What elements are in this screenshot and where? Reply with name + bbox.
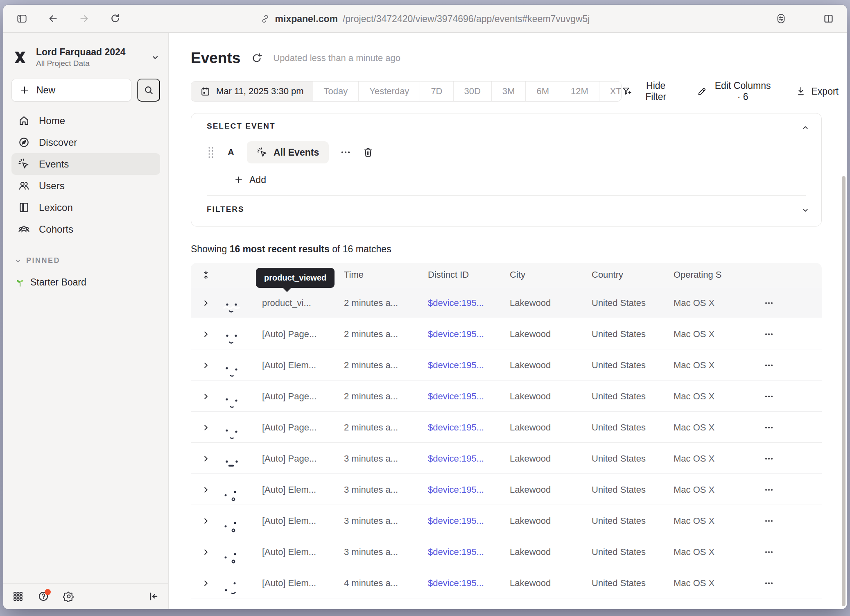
distinct-id-link[interactable]: $device:195...: [428, 547, 510, 557]
table-row[interactable]: [Auto] Page... 2 minutes a... $device:19…: [191, 318, 822, 349]
date-picker-segment[interactable]: Mar 11, 2025 3:30 pm: [191, 82, 313, 101]
new-button[interactable]: New: [11, 79, 131, 102]
distinct-id-link[interactable]: $device:195...: [428, 298, 510, 308]
table-row[interactable]: [Auto] Elem... 3 minutes a... $device:19…: [191, 473, 822, 505]
edit-button[interactable]: Edit Columns · 6: [696, 80, 773, 102]
table-row[interactable]: [Auto] Elem... 3 minutes a... $device:19…: [191, 505, 822, 536]
expand-row-icon[interactable]: [191, 548, 221, 557]
expand-row-icon[interactable]: [191, 579, 221, 588]
expand-row-icon[interactable]: [191, 330, 221, 339]
row-menu-icon[interactable]: [755, 421, 822, 434]
reload-icon[interactable]: [108, 12, 122, 26]
column-header-distinct-id[interactable]: Distinct ID: [428, 270, 510, 280]
more-options-icon[interactable]: [339, 146, 352, 159]
refresh-icon[interactable]: [251, 52, 262, 64]
row-menu-icon[interactable]: [755, 328, 822, 340]
city-cell: Lakewood: [510, 329, 592, 340]
row-menu-icon[interactable]: [755, 359, 822, 371]
collapse-rows-icon[interactable]: [191, 270, 221, 280]
expand-row-icon[interactable]: [191, 361, 221, 370]
sidebar-item-discover[interactable]: Discover: [11, 131, 160, 153]
project-switcher[interactable]: Lord Farquaad 2024 All Project Data: [11, 47, 160, 68]
trash-icon[interactable]: [362, 147, 374, 158]
os-cell: Mac OS X: [674, 547, 755, 557]
expand-row-icon[interactable]: [191, 423, 221, 432]
table-row[interactable]: [Auto] Page... 2 minutes a... $device:19…: [191, 411, 822, 442]
chevron-down-icon[interactable]: [801, 206, 810, 215]
range-segment-6m[interactable]: 6M: [526, 82, 560, 101]
table-row[interactable]: [Auto] Page... 3 minutes a... $device:19…: [191, 442, 822, 473]
distinct-id-link[interactable]: $device:195...: [428, 329, 510, 340]
apps-grid-icon[interactable]: [12, 591, 24, 602]
add-event-button[interactable]: Add: [234, 172, 806, 187]
page-settings-icon[interactable]: [774, 12, 788, 26]
export-button[interactable]: Export: [796, 86, 839, 97]
row-menu-icon[interactable]: [755, 484, 822, 496]
pinned-section-header[interactable]: PINNED: [11, 256, 160, 265]
range-segment-7d[interactable]: 7D: [420, 82, 453, 101]
range-segment-3m[interactable]: 3M: [492, 82, 526, 101]
chevron-down-icon: [14, 257, 22, 265]
table-row[interactable]: [Auto] Elem... 4 minutes a... $device:19…: [191, 567, 822, 598]
expand-row-icon[interactable]: [191, 454, 221, 463]
os-cell: Mac OS X: [674, 422, 755, 433]
distinct-id-link[interactable]: $device:195...: [428, 391, 510, 402]
sidebar-item-home[interactable]: Home: [11, 110, 160, 131]
column-header-os[interactable]: Operating S: [674, 270, 755, 280]
row-menu-icon[interactable]: [755, 515, 822, 527]
row-menu-icon[interactable]: [755, 453, 822, 465]
column-header-city[interactable]: City: [510, 270, 592, 280]
range-segment-12m[interactable]: 12M: [560, 82, 599, 101]
sidebar-item-cohorts[interactable]: Cohorts: [11, 218, 160, 240]
collapse-sidebar-icon[interactable]: [148, 591, 159, 602]
row-menu-icon[interactable]: [755, 546, 822, 558]
range-segment-today[interactable]: Today: [313, 82, 359, 101]
plus-icon: [234, 175, 244, 185]
forward-icon[interactable]: [77, 12, 91, 26]
table-row[interactable]: [Auto] Elem... 2 minutes a... $device:19…: [191, 349, 822, 380]
results-summary: Showing 16 most recent results of 16 mat…: [191, 244, 839, 255]
sidebar-toggle-icon[interactable]: [15, 12, 29, 26]
sidebar-item-lexicon[interactable]: Lexicon: [11, 197, 160, 218]
row-menu-icon[interactable]: [755, 390, 822, 403]
table-row[interactable]: [Auto] Elem... 3 minutes a... $device:19…: [191, 536, 822, 567]
help-icon[interactable]: [38, 591, 49, 602]
search-button[interactable]: [137, 79, 160, 102]
funnel-plus-icon: [622, 86, 632, 97]
row-menu-icon[interactable]: [755, 297, 822, 309]
sidebar-item-events[interactable]: Events: [11, 153, 160, 175]
expand-row-icon[interactable]: [191, 485, 221, 494]
distinct-id-link[interactable]: $device:195...: [428, 578, 510, 589]
distinct-id-link[interactable]: $device:195...: [428, 360, 510, 371]
event-avatar: [221, 298, 250, 319]
table-row[interactable]: [Auto] Page... 2 minutes a... $device:19…: [191, 380, 822, 411]
city-cell: Lakewood: [510, 298, 592, 308]
os-cell: Mac OS X: [674, 578, 755, 589]
column-header-country[interactable]: Country: [592, 270, 674, 280]
distinct-id-link[interactable]: $device:195...: [428, 485, 510, 495]
url-bar[interactable]: mixpanel.com/project/3472420/view/397469…: [260, 5, 590, 33]
column-header-time[interactable]: Time: [344, 270, 428, 280]
range-segment-xtd[interactable]: XTD: [599, 82, 622, 101]
event-selector-chip[interactable]: All Events: [247, 141, 329, 163]
back-icon[interactable]: [46, 12, 60, 26]
settings-gear-icon[interactable]: [63, 591, 75, 602]
sidebar-item-users[interactable]: Users: [11, 175, 160, 197]
split-view-icon[interactable]: [821, 12, 835, 26]
expand-row-icon[interactable]: [191, 516, 221, 525]
scrollbar-thumb[interactable]: [842, 176, 845, 606]
expand-row-icon[interactable]: [191, 392, 221, 401]
table-row[interactable]: [191, 598, 822, 609]
date-label: Mar 11, 2025 3:30 pm: [216, 86, 304, 97]
range-segment-yesterday[interactable]: Yesterday: [359, 82, 420, 101]
chevron-up-icon[interactable]: [801, 123, 810, 132]
sidebar-item-starter-board[interactable]: Starter Board: [11, 274, 160, 290]
drag-handle-icon[interactable]: [207, 145, 215, 159]
row-menu-icon[interactable]: [755, 577, 822, 589]
expand-row-icon[interactable]: [191, 299, 221, 308]
range-segment-30d[interactable]: 30D: [454, 82, 492, 101]
distinct-id-link[interactable]: $device:195...: [428, 516, 510, 526]
distinct-id-link[interactable]: $device:195...: [428, 453, 510, 464]
distinct-id-link[interactable]: $device:195...: [428, 422, 510, 433]
hide-button[interactable]: Hide Filter: [622, 80, 674, 102]
